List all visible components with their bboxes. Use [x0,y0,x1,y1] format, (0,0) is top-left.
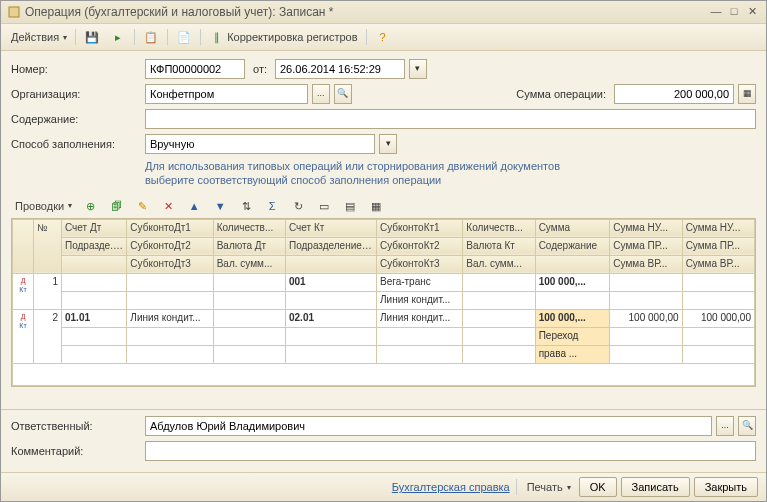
from-label: от: [253,63,267,75]
move-down-icon[interactable]: ▼ [208,196,232,216]
col-dept-kt[interactable]: Подразделение Кт [285,237,376,255]
fill-method-label: Способ заполнения: [11,138,141,150]
number-label: Номер: [11,63,141,75]
refresh-icon[interactable]: ↻ [286,196,310,216]
accounting-ref-link[interactable]: Бухгалтерская справка [392,481,510,493]
col-sub-kt2[interactable]: СубконтоКт2 [376,237,462,255]
minimize-button[interactable]: — [708,5,724,19]
col-sum-nu1[interactable]: Сумма НУ... [610,219,682,237]
save-icon[interactable]: 💾 [80,27,104,47]
col-valsum-dt[interactable]: Вал. сумм... [213,255,285,273]
col-sum-nu2[interactable]: Сумма НУ... [682,219,754,237]
col-acct-kt[interactable]: Счет Кт [285,219,376,237]
col-sum[interactable]: Сумма [535,219,610,237]
register-correction-button[interactable]: ∥Корректировка регистров [205,27,361,47]
row-mark-icon: ДКт [13,273,34,309]
post-icon[interactable]: ▸ [106,27,130,47]
col-sub-kt3[interactable]: СубконтоКт3 [376,255,462,273]
edit-row-icon[interactable]: ✎ [130,196,154,216]
svg-rect-0 [9,7,19,17]
ok-button[interactable]: OK [579,477,617,497]
calc-button[interactable]: ▦ [738,84,756,104]
org-label: Организация: [11,88,141,100]
extra3-icon[interactable]: ▦ [364,196,388,216]
content-label: Содержание: [11,113,141,125]
date-input[interactable] [275,59,405,79]
col-sub-kt1[interactable]: СубконтоКт1 [376,219,462,237]
fill-method-dropdown[interactable]: ▾ [379,134,397,154]
comment-input[interactable] [145,441,756,461]
entries-menu[interactable]: Проводки [11,198,76,214]
comment-label: Комментарий: [11,445,141,457]
move-up-icon[interactable]: ▲ [182,196,206,216]
print-menu[interactable]: Печать [523,479,575,495]
help-icon[interactable]: ? [371,27,395,47]
close-button[interactable]: ✕ [744,5,760,19]
org-input[interactable] [145,84,308,104]
app-icon [7,5,21,19]
col-valsum-kt[interactable]: Вал. сумм... [463,255,535,273]
row-mark-icon: ДКт [13,309,34,363]
col-acct-dt[interactable]: Счет Дт [62,219,127,237]
report-icon[interactable]: 📄 [172,27,196,47]
org-select-button[interactable]: ... [312,84,330,104]
date-picker-button[interactable]: ▾ [409,59,427,79]
col-sub-dt3[interactable]: СубконтоДт3 [127,255,213,273]
resp-label: Ответственный: [11,420,141,432]
col-dept-dt[interactable]: Подразде... Дт [62,237,127,255]
grid-toolbar: Проводки ⊕ 🗐 ✎ ✕ ▲ ▼ ⇅ Σ ↻ ▭ ▤ ▦ [11,196,756,216]
col-sub-dt2[interactable]: СубконтоДт2 [127,237,213,255]
col-cur-kt[interactable]: Валюта Кт [463,237,535,255]
main-toolbar: Действия 💾 ▸ 📋 📄 ∥Корректировка регистро… [1,24,766,51]
actions-menu[interactable]: Действия [7,29,71,45]
col-num[interactable]: № [34,219,62,273]
close-form-button[interactable]: Закрыть [694,477,758,497]
footer-bar: Бухгалтерская справка Печать OK Записать… [1,472,766,501]
table-row[interactable]: Переход [13,327,755,345]
col-qty-kt[interactable]: Количеств... [463,219,535,237]
col-cur-dt[interactable]: Валюта Дт [213,237,285,255]
table-row[interactable]: Линия кондит... [13,291,755,309]
col-content[interactable]: Содержание [535,237,610,255]
table-row[interactable]: ДКт 2 01.01 Линия кондит... 02.01 Линия … [13,309,755,327]
resp-search-button[interactable]: 🔍 [738,416,756,436]
org-search-button[interactable]: 🔍 [334,84,352,104]
table-row[interactable]: ДКт 1 001 Вега-транс 100 000,... [13,273,755,291]
resp-select-button[interactable]: ... [716,416,734,436]
fill-hint: Для использования типовых операций или с… [145,159,756,188]
entries-grid[interactable]: № Счет Дт СубконтоДт1 Количеств... Счет … [11,218,756,387]
col-mark [13,219,34,273]
sum-icon[interactable]: Σ [260,196,284,216]
sum-input[interactable] [614,84,734,104]
number-input[interactable] [145,59,245,79]
copy-icon[interactable]: 📋 [139,27,163,47]
extra1-icon[interactable]: ▭ [312,196,336,216]
col-sum-vr1[interactable]: Сумма ВР... [610,255,682,273]
col-qty-dt[interactable]: Количеств... [213,219,285,237]
sort-icon[interactable]: ⇅ [234,196,258,216]
resp-input[interactable] [145,416,712,436]
copy-row-icon[interactable]: 🗐 [104,196,128,216]
window-title: Операция (бухгалтерский и налоговый учет… [25,5,706,19]
add-row-icon[interactable]: ⊕ [78,196,102,216]
table-row[interactable]: права ... [13,345,755,363]
fill-method-select[interactable] [145,134,375,154]
col-sum-pr2[interactable]: Сумма ПР... [682,237,754,255]
maximize-button[interactable]: □ [726,5,742,19]
col-sub-dt1[interactable]: СубконтоДт1 [127,219,213,237]
extra2-icon[interactable]: ▤ [338,196,362,216]
save-button[interactable]: Записать [621,477,690,497]
content-input[interactable] [145,109,756,129]
window-titlebar: Операция (бухгалтерский и налоговый учет… [1,1,766,24]
col-sum-pr1[interactable]: Сумма ПР... [610,237,682,255]
delete-row-icon[interactable]: ✕ [156,196,180,216]
sum-label: Сумма операции: [516,88,606,100]
col-sum-vr2[interactable]: Сумма ВР... [682,255,754,273]
